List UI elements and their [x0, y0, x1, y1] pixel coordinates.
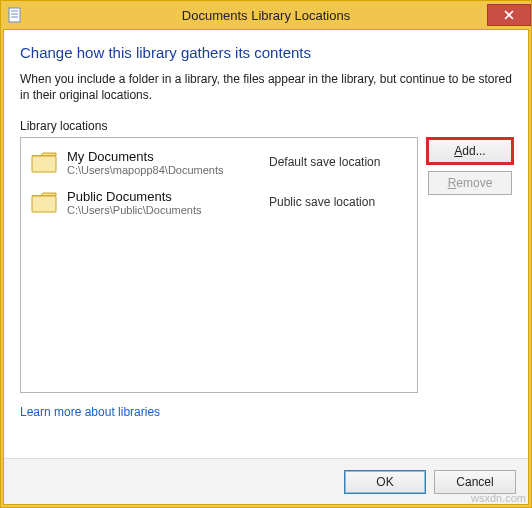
ok-button[interactable]: OK [344, 470, 426, 494]
app-icon [7, 7, 23, 23]
location-item[interactable]: My Documents C:\Users\mapopp84\Documents… [21, 142, 417, 182]
location-item[interactable]: Public Documents C:\Users\Public\Documen… [21, 182, 417, 222]
locations-row: My Documents C:\Users\mapopp84\Documents… [20, 137, 512, 393]
location-status: Default save location [269, 155, 409, 169]
dialog-window: Documents Library Locations Change how t… [0, 0, 532, 508]
side-button-group: Add... Remove [428, 137, 512, 195]
location-path: C:\Users\Public\Documents [67, 204, 269, 216]
add-button[interactable]: Add... [428, 139, 512, 163]
section-label: Library locations [20, 119, 512, 133]
remove-button-label: Remove [448, 176, 493, 190]
svg-rect-0 [9, 8, 20, 22]
add-button-label: Add... [454, 144, 485, 158]
client-area: Change how this library gathers its cont… [3, 29, 529, 505]
learn-more-link[interactable]: Learn more about libraries [20, 405, 512, 419]
page-heading: Change how this library gathers its cont… [20, 44, 512, 61]
svg-rect-6 [32, 156, 56, 172]
titlebar: Documents Library Locations [1, 1, 531, 29]
watermark: wsxdn.com [471, 492, 526, 504]
dialog-footer: OK Cancel [4, 458, 528, 504]
location-name: My Documents [67, 149, 269, 164]
folder-icon [29, 148, 61, 176]
cancel-button[interactable]: Cancel [434, 470, 516, 494]
svg-rect-7 [32, 196, 56, 212]
remove-button: Remove [428, 171, 512, 195]
close-button[interactable] [487, 4, 531, 26]
locations-list[interactable]: My Documents C:\Users\mapopp84\Documents… [20, 137, 418, 393]
location-text: Public Documents C:\Users\Public\Documen… [67, 189, 269, 216]
location-status: Public save location [269, 195, 409, 209]
folder-icon [29, 188, 61, 216]
content-area: Change how this library gathers its cont… [4, 30, 528, 458]
window-title: Documents Library Locations [1, 8, 531, 23]
location-path: C:\Users\mapopp84\Documents [67, 164, 269, 176]
location-text: My Documents C:\Users\mapopp84\Documents [67, 149, 269, 176]
page-description: When you include a folder in a library, … [20, 71, 512, 103]
location-name: Public Documents [67, 189, 269, 204]
